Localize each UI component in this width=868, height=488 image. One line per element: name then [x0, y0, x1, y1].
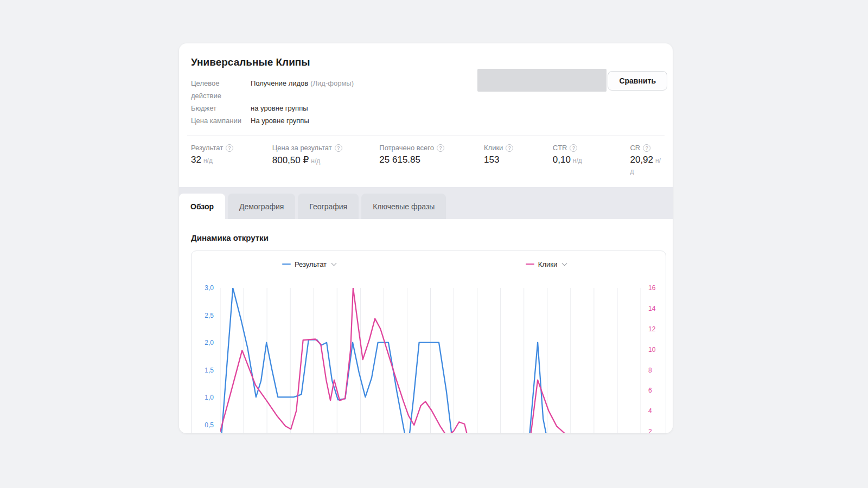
chart-legend: Результат Клики [192, 251, 666, 269]
help-icon[interactable]: ? [570, 144, 577, 152]
legend-label: Клики [538, 260, 557, 268]
stat-ctr: CTR? 0,10н/д [553, 144, 630, 176]
dynamics-chart-panel: Результат Клики 3,02,52,01,51,00,50 1614… [191, 251, 666, 433]
y-axis-tick-left: 2,5 [205, 312, 214, 319]
help-icon[interactable]: ? [437, 144, 444, 152]
detail-value: На уровне группы [251, 114, 309, 127]
y-axis-right: 1614121086420 [641, 288, 666, 433]
chart-area: 3,02,52,01,51,00,50 1614121086420 [192, 288, 666, 433]
y-axis-tick-left: 0,5 [205, 421, 214, 429]
tab-geography[interactable]: География [298, 194, 359, 219]
y-axis-tick-left: 1,0 [205, 394, 214, 401]
detail-label: Бюджет [191, 102, 251, 114]
help-icon[interactable]: ? [506, 144, 513, 152]
legend-dash [282, 264, 291, 265]
tab-key-phrases[interactable]: Ключевые фразы [361, 194, 446, 219]
campaign-selector-redacted[interactable] [477, 69, 607, 92]
detail-row-budget: Бюджет на уровне группы [191, 102, 661, 114]
campaign-card: Универсальные Клипы Целевое действие Пол… [179, 43, 673, 433]
stat-value: 32 [191, 155, 201, 165]
y-axis-left: 3,02,52,01,51,00,50 [192, 288, 220, 433]
detail-value: на уровне группы [251, 102, 308, 114]
stat-label: Результат [191, 144, 223, 152]
y-axis-tick-right: 4 [648, 407, 652, 415]
chevron-down-icon[interactable] [330, 260, 338, 268]
stat-value: 800,50 ₽ [272, 155, 309, 165]
section-title: Динамика открутки [191, 233, 666, 243]
detail-label: Цена кампании [191, 114, 251, 127]
stat-suffix: н/д [311, 157, 320, 165]
y-axis-tick-left: 3,0 [205, 284, 214, 292]
stats-row: Результат? 32н/д Цена за результат? 800,… [179, 136, 673, 187]
stat-total-spent: Потрачено всего? 25 615.85 [379, 144, 484, 176]
stat-label: CR [630, 144, 640, 152]
detail-value: Получение лидов [251, 77, 308, 102]
chart-svg [220, 288, 641, 433]
stat-value: 25 615.85 [379, 155, 420, 165]
stat-cost-per-result: Цена за результат? 800,50 ₽н/д [272, 144, 380, 176]
stat-label: Цена за результат [272, 144, 332, 152]
stat-value: 153 [484, 155, 499, 165]
y-axis-tick-right: 8 [648, 367, 652, 374]
stat-suffix: н/д [203, 157, 213, 164]
line-chart-plot [220, 288, 641, 433]
y-axis-tick-right: 6 [648, 387, 652, 394]
tab-overview[interactable]: Обзор [179, 194, 225, 219]
detail-value-secondary: (Лид-формы) [310, 77, 354, 102]
detail-row-campaign-price: Цена кампании На уровне группы [191, 114, 661, 127]
y-axis-tick-right: 14 [648, 305, 655, 312]
legend-dash [526, 264, 534, 265]
y-axis-tick-left: 1,5 [205, 367, 214, 374]
stat-label: Потрачено всего [379, 144, 434, 152]
help-icon[interactable]: ? [335, 144, 342, 152]
stat-cr: CR? 20,92н/д [630, 144, 661, 176]
legend-item-result[interactable]: Результат [192, 259, 429, 269]
detail-label: Целевое действие [191, 77, 251, 102]
y-axis-tick-right: 16 [648, 284, 655, 292]
stat-result: Результат? 32н/д [191, 144, 272, 176]
tab-bar: Обзор Демография География Ключевые фраз… [179, 187, 673, 219]
y-axis-tick-right: 12 [648, 325, 655, 333]
y-axis-tick-left: 2,0 [205, 339, 214, 346]
stat-value: 0,10 [553, 155, 571, 165]
help-icon[interactable]: ? [226, 144, 233, 152]
stat-value: 20,92 [630, 155, 653, 165]
stat-suffix: н/д [573, 157, 582, 164]
legend-label: Результат [295, 260, 327, 268]
stat-clicks: Клики? 153 [484, 144, 553, 176]
tab-demographics[interactable]: Демография [228, 194, 295, 219]
chevron-down-icon[interactable] [561, 260, 569, 268]
stat-label: Клики [484, 144, 503, 152]
help-icon[interactable]: ? [643, 144, 650, 152]
y-axis-tick-right: 10 [648, 346, 655, 354]
y-axis-tick-right: 2 [648, 428, 652, 433]
campaign-title: Универсальные Клипы [191, 56, 661, 68]
campaign-header: Универсальные Клипы Целевое действие Пол… [179, 43, 673, 136]
legend-item-clicks[interactable]: Клики [429, 259, 666, 269]
overview-content: Динамика открутки Результат Клики 3,02,5… [179, 219, 673, 433]
compare-button[interactable]: Сравнить [608, 71, 667, 91]
stat-label: CTR [553, 144, 567, 152]
